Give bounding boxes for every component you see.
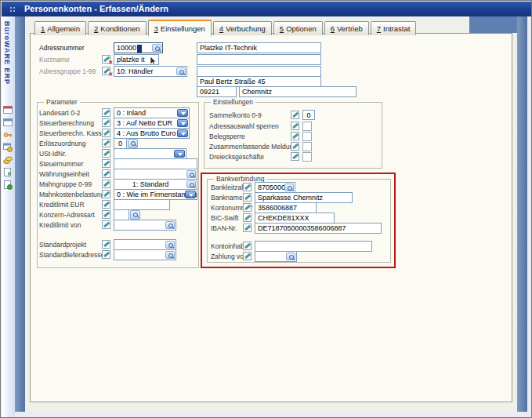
dropdown-arrow-icon[interactable] [174,150,185,158]
tab-verbuchung[interactable]: 4Verbuchung [213,21,272,35]
belegsperre-label: Belegsperre [209,131,245,142]
standardprojekt-field[interactable] [114,239,176,250]
window-red-icon[interactable] [3,105,13,114]
address-name-field[interactable]: Platzke IT-Technik [197,42,321,53]
edit-note-icon[interactable] [243,183,252,191]
sammelkonto-field[interactable]: 0 [302,110,315,120]
landesart-dropdown[interactable]: 0 : Inland [114,107,190,118]
mahngruppe-field[interactable]: 1: Standard [114,179,197,190]
edit-note-icon[interactable] [102,159,110,168]
address-plz-field[interactable]: 09221 [197,86,237,97]
standardprojekt-lookup-button[interactable] [165,241,175,249]
adressnummer-lookup-button[interactable] [152,44,161,52]
adressnummer-field[interactable]: 10000 [114,42,163,53]
edit-note-icon[interactable] [102,250,110,259]
edit-note-clear-icon[interactable] [102,67,110,75]
kontoinhaber-field[interactable] [255,241,372,252]
address-name3-field[interactable] [197,66,321,77]
zahlung-von-field[interactable] [255,251,297,262]
iban-field[interactable]: DE71870500003586006887 [255,223,382,234]
steuerberechnung-dropdown[interactable]: 3 : Auf Netto EUR [114,118,190,129]
tab-vertrieb[interactable]: 6Vertrieb [324,21,369,35]
mahnkostenbelastung-label: Mahnkostenbelastung [39,189,104,200]
adressgruppe-lookup-button[interactable] [176,67,186,75]
edit-note-icon[interactable] [102,169,110,178]
edit-note-icon[interactable] [243,252,252,260]
edit-note-icon[interactable] [102,240,110,249]
title-bar[interactable]: Personenkonten - Erfassen/Ändern [2,2,531,16]
erloeszuordnung-field[interactable]: 0 [114,138,127,149]
bankname-field[interactable]: Sparkasse Chemnitz [255,192,353,203]
steuerberechn-kasse-dropdown[interactable]: 4 : Aus Brutto Euro [114,128,190,139]
steuernummer-field[interactable] [114,158,197,169]
tab-konditionen[interactable]: 2Konditionen [88,21,146,35]
address-city-field[interactable]: Chemnitz [239,86,356,97]
window-settings-icon[interactable] [3,143,13,152]
page-ok-icon[interactable] [3,180,13,190]
tab-einstellungen[interactable]: 3Einstellungen [148,20,212,36]
edit-note-icon[interactable] [102,129,110,137]
dropdown-arrow-icon[interactable] [177,119,188,127]
kontonummer-field[interactable]: 3586006887 [255,202,317,213]
bic-swift-label: BIC-Swift [211,213,238,224]
edit-note-icon[interactable] [102,210,110,219]
bankleitzahl-lookup-button[interactable] [284,184,294,191]
dropdown-arrow-icon[interactable] [185,191,196,198]
tab-allgemein[interactable]: 1Allgemein [34,21,86,35]
edit-note-icon[interactable] [243,203,252,212]
steuerberechn-kasse-label: Steuerberechn. Kasse [39,128,105,139]
erloeszuordnung-lookup-button[interactable] [128,139,138,148]
page-export-icon[interactable] [3,168,13,177]
kreditlimit-eur-field[interactable] [114,199,170,210]
edit-note-icon[interactable] [102,108,110,117]
landesart-label: Landesart 0-2 [39,107,80,118]
dropdown-arrow-icon[interactable] [177,129,188,137]
edit-note-icon[interactable] [102,180,110,188]
standardlieferadresse-lookup-button[interactable] [165,251,175,259]
kreditlimit-von-lookup-button[interactable] [165,221,175,229]
coins-icon[interactable] [3,155,13,165]
edit-note-icon[interactable] [243,224,252,232]
mahngruppe-lookup-button[interactable] [186,180,196,188]
edit-note-icon[interactable] [291,132,299,140]
waehrungseinheit-lookup-button[interactable] [186,170,196,178]
key-icon[interactable] [3,130,13,140]
bic-swift-field[interactable]: CHEKDE81XXX [255,213,335,224]
edit-note-icon[interactable] [102,220,110,229]
edit-note-icon[interactable] [243,213,252,222]
waehrungseinheit-field[interactable] [114,169,197,180]
bankleitzahl-field[interactable]: 87050000 [255,182,295,193]
mahnkostenbelastung-dropdown[interactable]: 0 : Wie im Firmenstamm eing [114,189,197,200]
edit-note-icon[interactable] [243,193,252,202]
edit-note-clear-icon[interactable] [102,55,110,64]
edit-note-icon[interactable] [102,149,110,158]
ust-idnr-dropdown[interactable] [114,148,186,159]
adressauswahl-sperren-checkbox[interactable] [302,122,312,131]
belegsperre-checkbox[interactable] [302,132,312,141]
zusammenfassende-meldung-checkbox[interactable] [302,142,312,151]
tab-intrastat[interactable]: 7Intrastat [371,21,417,35]
address-name2-field[interactable] [197,54,321,65]
edit-note-icon[interactable] [102,190,110,198]
adressnummer-label: Adressnummer [39,42,85,53]
edit-note-icon[interactable] [291,142,299,151]
edit-note-icon[interactable] [102,200,110,209]
konzern-adressart-field[interactable] [114,209,129,220]
dreiecksgeschaefte-checkbox[interactable] [302,152,312,162]
edit-note-icon[interactable] [102,139,110,147]
edit-note-icon[interactable] [291,152,299,161]
tab-optionen[interactable]: 5Optionen [273,21,323,35]
kreditlimit-von-field[interactable] [114,220,176,231]
window-icon[interactable] [3,118,13,127]
edit-note-icon[interactable] [243,242,252,250]
standardlieferadresse-field[interactable] [114,249,176,260]
zahlung-von-lookup-button[interactable] [286,253,295,260]
adressgruppe-field[interactable]: 10: Händler [114,66,187,77]
edit-note-icon[interactable] [102,118,110,127]
dropdown-arrow-icon[interactable] [177,109,188,117]
erloeszuordnung-label: Erlöszuordnung [39,138,86,149]
konzern-adressart-lookup-button[interactable] [130,210,140,220]
edit-note-icon[interactable] [291,111,299,119]
address-street-field[interactable]: Paul Bertz Straße 45 [197,76,321,87]
edit-note-icon[interactable] [291,122,299,130]
